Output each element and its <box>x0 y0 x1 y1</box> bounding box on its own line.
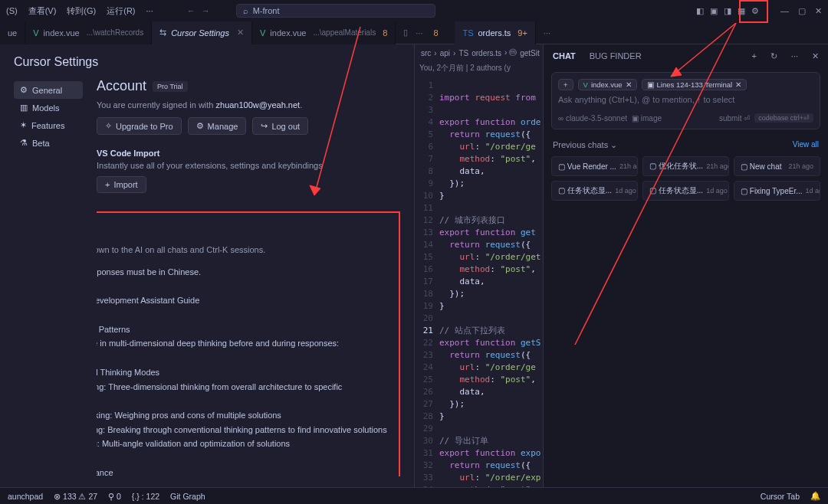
menu-item[interactable]: 转到(G) <box>67 5 96 17</box>
menu-item[interactable]: 查看(V) <box>28 5 57 17</box>
ts-icon: TS <box>462 28 473 38</box>
nav-back-icon[interactable]: ← <box>187 6 196 15</box>
notification-icon[interactable]: 🔔 <box>810 491 820 501</box>
status-bar: aunchpad ⊗ 133 ⚠ 27 ⚲ 0 {.} : 122 Git Gr… <box>0 487 828 504</box>
tab-chat[interactable]: CHAT <box>553 51 576 61</box>
tab-path: ...\watchRecords <box>87 28 143 37</box>
close-icon[interactable]: ✕ <box>815 6 822 16</box>
manage-button[interactable]: ⚙Manage <box>188 117 247 135</box>
status-cursor-tab[interactable]: Cursor Tab <box>761 492 800 501</box>
sidenav-features[interactable]: ✶Features <box>14 116 83 134</box>
tab-active[interactable]: ⇆ Cursor Settings ✕ <box>152 21 252 44</box>
more-icon[interactable]: ··· <box>544 28 550 38</box>
settings-gear-icon[interactable]: ⚙ <box>751 6 759 16</box>
split-icon[interactable]: ▯ <box>403 28 408 38</box>
chat-input[interactable]: Ask anything (Ctrl+L), @ to mention, ↑ t… <box>558 95 813 104</box>
account-email: zhuan100w@yeah.net <box>216 100 301 110</box>
search-icon: ⌕ <box>243 6 248 15</box>
cursor-settings-pane: Cursor Settings ⚙General ▥Models ✶Featur… <box>0 44 414 487</box>
chat-input-box[interactable]: + Vindex.vue✕ ▣Lines 124-133 Terminal✕ A… <box>551 72 820 129</box>
tab[interactable]: ue <box>0 21 25 44</box>
history-item[interactable]: ▢ 任务状态显...1d ago <box>551 181 638 201</box>
import-button[interactable]: + Import <box>97 176 146 193</box>
history-item[interactable]: ▢ Vue Render ...21h ago <box>551 156 638 176</box>
tab-label: Cursor Settings <box>171 28 229 38</box>
sidenav-beta[interactable]: ⚗Beta <box>14 134 83 152</box>
history-item[interactable]: ▢ New chat21h ago <box>734 156 820 176</box>
breadcrumb[interactable]: src › api › TS orders.ts › ⓜ getSit <box>415 44 543 61</box>
tab[interactable]: TS orders.ts 9+ <box>455 21 535 44</box>
menu-item[interactable]: (S) <box>6 6 18 15</box>
sidenav-models[interactable]: ▥Models <box>14 99 83 116</box>
rules-sub: These rules get shown to the AI on all c… <box>97 245 388 254</box>
history-item[interactable]: ▢ 任务状态显...1d ago <box>642 181 729 201</box>
context-chip-plus[interactable]: + <box>558 79 573 90</box>
tab-label: orders.ts <box>478 28 511 38</box>
tab-group-badge: 8 <box>430 28 445 38</box>
chart-icon: ▥ <box>20 103 28 113</box>
close-tab-icon[interactable]: ✕ <box>237 28 244 38</box>
sidenav-general[interactable]: ⚙General <box>14 81 83 99</box>
tab[interactable]: V index.vue ...\watchRecords <box>25 21 152 44</box>
more-icon[interactable]: ··· <box>791 51 798 61</box>
tab-path: ...\appealMaterials <box>313 28 376 37</box>
import-heading: VS Code Import <box>97 149 400 158</box>
submit-button[interactable]: submit ⏎ <box>719 114 750 123</box>
tab-badge: 9+ <box>518 28 527 38</box>
vue-icon: V <box>260 28 265 38</box>
codebase-button[interactable]: codebase ctrl+⏎ <box>754 113 813 123</box>
history-icon[interactable]: ↻ <box>770 51 777 61</box>
settings-sidenav: ⚙General ▥Models ✶Features ⚗Beta <box>14 78 83 476</box>
status-problems[interactable]: ⊗ 133 ⚠ 27 <box>54 492 97 501</box>
close-icon[interactable]: ✕ <box>812 51 819 61</box>
layout-left-icon[interactable]: ◧ <box>696 6 704 16</box>
status-git-graph[interactable]: Git Graph <box>170 492 205 501</box>
rules-textarea[interactable]: By default, all responses must be in Chi… <box>97 265 388 476</box>
layout-right-icon[interactable]: ◨ <box>724 6 731 16</box>
sparkle-icon: ✶ <box>20 120 27 130</box>
line-gutter: 12345678910 11121314151617181920 2122232… <box>415 77 439 487</box>
context-chip-lines[interactable]: ▣Lines 124-133 Terminal✕ <box>642 79 748 90</box>
customize-layout-icon[interactable]: ▦ <box>738 6 745 16</box>
status-cursor-pos[interactable]: {.} : 122 <box>132 492 159 501</box>
rules-heading: Rules for AI <box>97 227 388 241</box>
account-sub: You are currently signed in with zhuan10… <box>97 100 400 110</box>
view-all-link[interactable]: View all <box>793 140 819 150</box>
history-item[interactable]: ▢ Fixing TypeEr...1d ago <box>734 181 820 201</box>
more-icon[interactable]: ··· <box>416 28 422 38</box>
code-content[interactable]: import request from export function orde… <box>439 77 543 487</box>
status-ports[interactable]: ⚲ 0 <box>108 492 121 501</box>
layout-bottom-icon[interactable]: ▣ <box>710 6 718 16</box>
menu-item[interactable]: 运行(R) <box>107 5 135 17</box>
menu-overflow[interactable]: ··· <box>146 6 153 15</box>
minimize-icon[interactable]: — <box>780 6 789 16</box>
plan-pill: Pro Trial <box>153 81 188 92</box>
command-center[interactable]: ⌕ M-front <box>236 4 435 18</box>
tab-bugfinder[interactable]: BUG FINDER <box>590 51 642 61</box>
previous-chats-label[interactable]: Previous chats ⌄ <box>553 140 617 150</box>
tab-label: index.vue <box>44 28 80 38</box>
plus-icon[interactable]: + <box>751 51 756 61</box>
upgrade-button[interactable]: ✧Upgrade to Pro <box>97 117 182 135</box>
model-picker[interactable]: ∞ claude-3.5-sonnet <box>558 114 627 123</box>
tab-badge: 8 <box>383 28 387 38</box>
status-launchpad[interactable]: aunchpad <box>8 492 43 501</box>
context-chip-file[interactable]: Vindex.vue✕ <box>578 79 637 90</box>
nav-fwd-icon[interactable]: → <box>202 6 210 15</box>
chat-panel: CHAT BUG FINDER + ↻ ··· ✕ + Vindex.vue✕ … <box>543 44 828 487</box>
image-button[interactable]: ▣ image <box>632 114 662 123</box>
chat-history-grid: ▢ Vue Render ...21h ago ▢ 优化任务状...21h ag… <box>544 156 828 201</box>
settings-title: Cursor Settings <box>14 55 400 69</box>
history-item[interactable]: ▢ 优化任务状...21h ago <box>642 156 729 176</box>
command-center-text: M-front <box>253 6 280 15</box>
title-bar: (S) 查看(V) 转到(G) 运行(R) ··· ← → ⌕ M-front … <box>0 0 828 21</box>
logout-button[interactable]: ↪Log out <box>252 117 308 135</box>
tab[interactable]: V index.vue ...\appealMaterials 8 <box>252 21 396 44</box>
code-lens: You, 2个月前 | 2 authors (y <box>415 61 543 77</box>
import-desc: Instantly use all of your extensions, se… <box>97 161 400 170</box>
flask-icon: ⚗ <box>20 138 28 148</box>
maximize-icon[interactable]: ▢ <box>798 6 806 16</box>
tab-label: index.vue <box>270 28 306 38</box>
cursor-icon: ⇆ <box>159 28 166 38</box>
account-heading: Account <box>97 78 146 94</box>
